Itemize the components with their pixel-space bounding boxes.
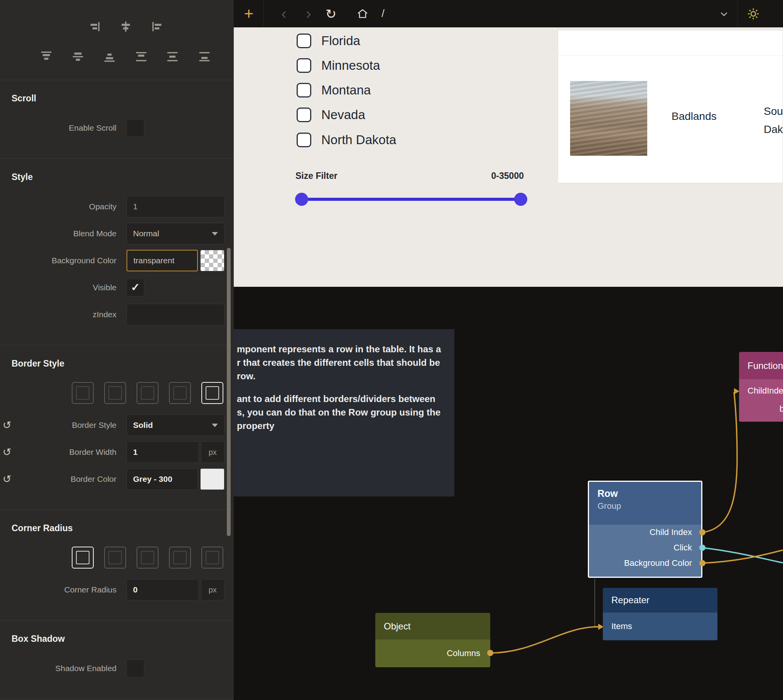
reset-border-style-icon[interactable]: ↺	[1, 419, 13, 431]
node-object[interactable]: Object Columns	[375, 613, 490, 667]
state-line: Sou	[764, 102, 783, 120]
corner-radius-section: Corner Radius Corner Radius 0 px	[0, 510, 234, 620]
state-checkbox-row[interactable]: Nevada	[297, 103, 365, 127]
checkbox-unchecked-icon[interactable]	[297, 83, 311, 98]
chevron-down-icon	[212, 232, 218, 236]
chevron-down-icon	[719, 9, 729, 19]
checkbox-unchecked-icon[interactable]	[297, 108, 311, 122]
tooltip-line: mponent represents a row in the table. I…	[237, 342, 444, 356]
port-click[interactable]: Click	[589, 540, 701, 555]
preview-toolbar: + ‹ › ↻ /	[234, 0, 783, 27]
tooltip-line: s, you can do that on the Row group usin…	[237, 406, 444, 419]
blend-mode-label: Blend Mode	[9, 229, 127, 238]
checkbox-label: North Dakota	[321, 133, 396, 147]
border-style-select[interactable]: Solid	[127, 414, 224, 436]
align-top-icon[interactable]	[39, 49, 54, 64]
distribute-top-icon[interactable]	[134, 49, 148, 64]
visible-label: Visible	[9, 283, 127, 292]
state-checkbox-row[interactable]: Montana	[297, 78, 371, 103]
port-child-index[interactable]: Child Index	[589, 525, 701, 540]
add-button[interactable]: +	[240, 0, 258, 27]
background-color-swatch[interactable]	[200, 250, 224, 271]
port-columns[interactable]: Columns	[375, 639, 490, 667]
border-side-right-option[interactable]	[137, 382, 159, 404]
node-title: Row	[597, 488, 701, 499]
slider-track[interactable]	[302, 198, 521, 201]
forward-button[interactable]: ›	[300, 0, 317, 27]
style-section-title: Style	[12, 172, 224, 182]
port-dot-background-color[interactable]	[699, 560, 705, 566]
border-style-row: ↺ Border Style Solid	[9, 414, 224, 436]
state-checkbox-row[interactable]: North Dakota	[297, 128, 396, 152]
state-checkbox-row[interactable]: Florida	[297, 29, 360, 53]
node-subtitle: Group	[597, 501, 701, 511]
align-right-icon[interactable]	[87, 19, 101, 34]
enable-scroll-row: Enable Scroll	[9, 117, 224, 139]
border-side-left-option[interactable]	[201, 382, 223, 404]
corner-bottom-right-option[interactable]	[201, 547, 223, 569]
port-dot-click[interactable]	[699, 545, 705, 551]
panel-scrollbar[interactable]	[227, 248, 231, 536]
checkbox-label: Montana	[321, 83, 371, 98]
node-row-group[interactable]: Row Group Child Index Click Background C…	[588, 481, 702, 578]
port-partial[interactable]: b	[739, 402, 783, 416]
align-bottom-icon[interactable]	[102, 49, 117, 64]
refresh-button[interactable]: ↻	[322, 0, 339, 27]
enable-scroll-checkbox[interactable]	[127, 119, 144, 137]
reset-border-width-icon[interactable]: ↺	[1, 446, 13, 458]
background-color-row: Background Color transparent	[9, 249, 224, 272]
distribute-bottom-icon[interactable]	[197, 49, 212, 64]
corner-bottom-left-option[interactable]	[169, 547, 191, 569]
port-childindex[interactable]: ChildInde	[739, 379, 783, 402]
border-color-label: Border Color	[9, 475, 127, 484]
settings-button[interactable]	[743, 0, 764, 27]
border-color-swatch[interactable]	[200, 468, 224, 490]
corner-radius-input[interactable]: 0	[127, 579, 199, 601]
port-dot-child-index[interactable]	[699, 529, 705, 535]
align-left-icon[interactable]	[150, 19, 165, 34]
blend-mode-select[interactable]: Normal	[127, 223, 224, 244]
port-background-color[interactable]: Background Color	[589, 555, 701, 571]
shadow-enabled-checkbox[interactable]	[127, 660, 144, 677]
opacity-input[interactable]: 1	[127, 196, 224, 217]
background-color-input[interactable]: transparent	[127, 250, 198, 271]
checkbox-label: Minnesota	[321, 58, 380, 73]
border-color-input[interactable]: Grey - 300	[127, 468, 198, 490]
border-side-all-option[interactable]	[72, 382, 94, 404]
corner-all-option[interactable]	[72, 547, 94, 569]
port-items[interactable]: Items	[603, 612, 717, 640]
distribute-vertical-center-icon[interactable]	[165, 49, 180, 64]
state-checkbox-row[interactable]: Minnesota	[297, 53, 380, 78]
size-filter-header: Size Filter 0-35000	[295, 171, 524, 181]
size-filter-slider[interactable]	[302, 193, 521, 206]
slider-handle-max[interactable]	[514, 193, 527, 206]
corner-top-left-option[interactable]	[104, 547, 126, 569]
node-repeater[interactable]: Repeater Items	[603, 588, 717, 640]
border-width-unit: px	[201, 441, 224, 463]
preview-menu-button[interactable]	[714, 0, 734, 27]
checkbox-unchecked-icon[interactable]	[297, 58, 311, 73]
port-dot-columns[interactable]	[487, 650, 493, 656]
slider-handle-min[interactable]	[295, 193, 308, 206]
back-button[interactable]: ‹	[275, 0, 292, 27]
zindex-input[interactable]	[127, 304, 224, 325]
state-line: Dak	[764, 120, 783, 138]
border-side-top-option[interactable]	[104, 382, 126, 404]
node-function[interactable]: Function ChildInde b	[739, 352, 783, 422]
border-side-bottom-option[interactable]	[169, 382, 191, 404]
checkbox-unchecked-icon[interactable]	[297, 34, 311, 48]
size-filter-label: Size Filter	[295, 171, 338, 181]
checkbox-label: Nevada	[321, 108, 365, 122]
checkbox-unchecked-icon[interactable]	[297, 133, 311, 147]
node-editor[interactable]: mponent represents a row in the table. I…	[234, 287, 783, 700]
reset-border-color-icon[interactable]: ↺	[1, 473, 13, 485]
node-title: Function	[739, 352, 783, 379]
border-color-row: ↺ Border Color Grey - 300	[9, 468, 224, 490]
align-center-vertical-icon[interactable]	[71, 49, 85, 64]
border-width-input[interactable]: 1	[127, 441, 199, 463]
align-center-horizontal-icon[interactable]	[118, 19, 133, 34]
corner-top-right-option[interactable]	[137, 547, 159, 569]
home-button[interactable]	[354, 0, 371, 27]
chevron-down-icon	[212, 424, 218, 427]
visible-checkbox[interactable]: ✓	[127, 279, 144, 296]
